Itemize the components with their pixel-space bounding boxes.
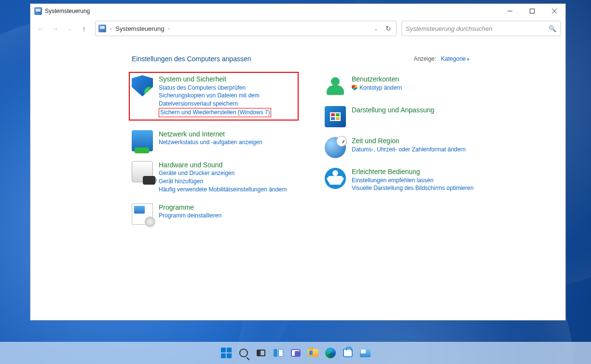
category-link[interactable]: Datums-, Uhrzeit- oder Zahlenformat ände… bbox=[352, 146, 466, 154]
nav-recent-button[interactable]: ⌄ bbox=[63, 22, 76, 35]
svg-rect-1 bbox=[530, 9, 535, 13]
chat-button[interactable] bbox=[289, 346, 302, 360]
category-link-backup-restore[interactable]: Sichern und Wiederherstellen (Windows 7) bbox=[159, 108, 271, 117]
categories-left-column: System und Sicherheit Status des Compute… bbox=[132, 75, 296, 225]
user-icon bbox=[325, 75, 346, 96]
chevron-right-icon: › bbox=[109, 26, 112, 31]
network-icon bbox=[132, 130, 153, 151]
nav-forward-button[interactable]: → bbox=[49, 22, 61, 35]
start-button[interactable] bbox=[220, 346, 233, 360]
appearance-icon bbox=[325, 106, 346, 127]
address-bar[interactable]: › Systemsteuerung › ⌄ ↻ bbox=[95, 21, 397, 36]
navbar: ← → ⌄ ↑ › Systemsteuerung › ⌄ ↻ Systemst… bbox=[30, 18, 565, 41]
chevron-right-icon[interactable]: › bbox=[167, 26, 171, 31]
widgets-button[interactable] bbox=[272, 346, 285, 360]
category-title[interactable]: Benutzerkonten bbox=[352, 75, 402, 84]
category-title[interactable]: Darstellung und Anpassung bbox=[352, 106, 434, 115]
category-programs: Programme Programm deinstallieren bbox=[132, 203, 296, 225]
taskbar bbox=[0, 342, 591, 364]
edge-button[interactable] bbox=[324, 346, 337, 360]
category-title[interactable]: Zeit und Region bbox=[352, 137, 466, 146]
view-by-label: Anzeige: bbox=[413, 55, 436, 62]
titlebar: Systemsteuerung bbox=[30, 4, 565, 18]
nav-up-button[interactable]: ↑ bbox=[78, 22, 90, 35]
search-icon: 🔍 bbox=[549, 25, 556, 32]
category-system-security: System und Sicherheit Status des Compute… bbox=[129, 72, 299, 121]
category-appearance: Darstellung und Anpassung bbox=[325, 106, 494, 127]
task-view-button[interactable] bbox=[254, 346, 268, 360]
category-title[interactable]: Erleichterte Bedienung bbox=[352, 168, 474, 176]
store-button[interactable] bbox=[341, 346, 355, 360]
category-title[interactable]: Netzwerk und Internet bbox=[159, 130, 262, 139]
category-link[interactable]: Netzwerkstatus und -aufgaben anzeigen bbox=[159, 138, 262, 147]
refresh-button[interactable]: ↻ bbox=[384, 25, 393, 32]
shield-icon bbox=[132, 75, 153, 96]
close-button[interactable] bbox=[543, 4, 565, 18]
category-user-accounts: Benutzerkonten Kontotyp ändern bbox=[325, 75, 494, 96]
category-link[interactable]: Status des Computers überprüfen bbox=[159, 84, 296, 92]
category-title[interactable]: Programme bbox=[159, 203, 221, 212]
page-heading: Einstellungen des Computers anpassen bbox=[132, 55, 251, 63]
category-network-internet: Netzwerk und Internet Netzwerkstatus und… bbox=[132, 130, 296, 151]
search-input[interactable]: Systemsteuerung durchsuchen 🔍 bbox=[401, 21, 561, 36]
category-ease-of-access: Erleichterte Bedienung Einstellungen emp… bbox=[325, 168, 494, 192]
category-link[interactable]: Kontotyp ändern bbox=[352, 84, 402, 92]
category-hardware-sound: Hardware und Sound Geräte und Drucker an… bbox=[132, 161, 296, 194]
minimize-button[interactable] bbox=[499, 4, 521, 18]
window-title: Systemsteuerung bbox=[45, 8, 90, 14]
maximize-button[interactable] bbox=[521, 4, 543, 18]
category-link[interactable]: Häufig verwendete Mobilitätseinstellunge… bbox=[159, 186, 287, 194]
ease-of-access-icon bbox=[325, 168, 346, 189]
category-link[interactable]: Sicherungskopien von Dateien mit dem Dat… bbox=[159, 92, 296, 108]
hardware-icon bbox=[132, 161, 153, 182]
control-panel-icon bbox=[34, 7, 42, 15]
category-link[interactable]: Gerät hinzufügen bbox=[159, 177, 287, 186]
programs-icon bbox=[132, 203, 153, 225]
category-link[interactable]: Einstellungen empfehlen lassen bbox=[352, 176, 474, 185]
taskbar-search-button[interactable] bbox=[237, 346, 250, 360]
category-title[interactable]: Hardware und Sound bbox=[159, 161, 287, 170]
category-link[interactable]: Programm deinstallieren bbox=[159, 212, 221, 220]
control-panel-window: Systemsteuerung ← → ⌄ ↑ › Systemsteuerun… bbox=[30, 3, 566, 321]
file-explorer-button[interactable] bbox=[306, 346, 320, 360]
content-area: Einstellungen des Computers anpassen Anz… bbox=[30, 41, 565, 320]
uac-shield-icon bbox=[352, 85, 357, 91]
address-icon bbox=[98, 25, 106, 32]
address-dropdown-icon[interactable]: ⌄ bbox=[374, 26, 378, 31]
category-title[interactable]: System und Sicherheit bbox=[159, 75, 296, 84]
category-link[interactable]: Geräte und Drucker anzeigen bbox=[159, 169, 287, 177]
search-placeholder: Systemsteuerung durchsuchen bbox=[406, 25, 546, 32]
view-by-dropdown[interactable]: Kategorie bbox=[441, 55, 469, 62]
category-time-region: Zeit und Region Datums-, Uhrzeit- oder Z… bbox=[325, 137, 494, 158]
clock-region-icon bbox=[325, 137, 346, 158]
nav-back-button[interactable]: ← bbox=[34, 22, 47, 35]
categories-right-column: Benutzerkonten Kontotyp ändern Darstellu… bbox=[325, 75, 494, 225]
category-link[interactable]: Visuelle Darstellung des Bildschirms opt… bbox=[352, 184, 474, 192]
taskbar-app-button[interactable] bbox=[358, 346, 372, 360]
breadcrumb-root[interactable]: Systemsteuerung bbox=[115, 25, 164, 32]
